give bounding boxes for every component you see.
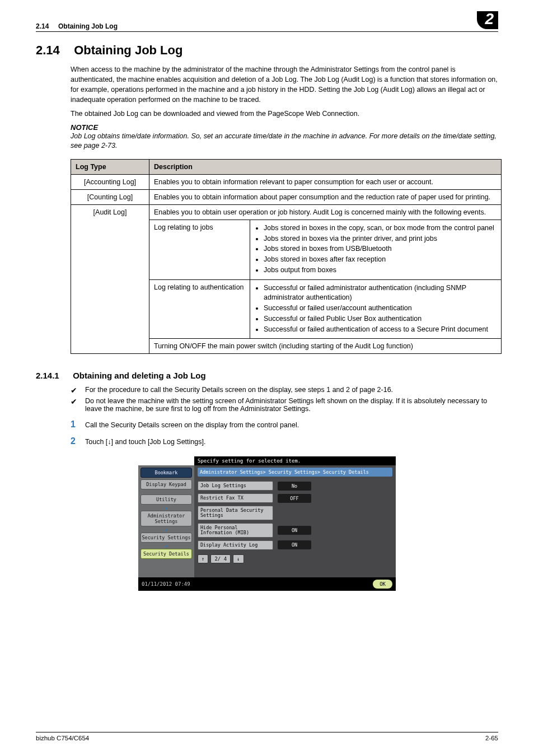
list-item: Successful or failed user/account authen… (264, 304, 496, 313)
panel-timestamp: 01/11/2012 07:49 (142, 581, 190, 587)
log-type-table: Log Type Description [Accounting Log] En… (71, 159, 502, 354)
list-item: Jobs output from boxes (264, 265, 496, 275)
check-text: Do not leave the machine with the settin… (85, 397, 498, 413)
check-text: For the procedure to call the Security D… (85, 386, 393, 395)
section-heading: 2.14 Obtaining Job Log (36, 43, 498, 58)
chapter-badge: 2 (477, 11, 498, 29)
cell-sublabel: Log relating to jobs (149, 220, 250, 279)
list-item: Jobs stored in boxes from USB/Bluetooth (264, 244, 496, 254)
chevron-down-icon: ▾ (140, 528, 192, 533)
list-item: Successful or failed administrator authe… (264, 283, 496, 302)
cell-desc: Enables you to obtain user operation or … (149, 204, 502, 220)
step-item: 2 Touch [↓] and touch [Job Log Settings]… (71, 436, 498, 446)
cell-sublist: Jobs stored in boxes in the copy, scan, … (250, 220, 502, 279)
cell-sublabel: Log relating to authentication (149, 280, 250, 339)
notice-label: NOTICE (71, 123, 498, 132)
setting-row: Hide Personal Information (MIB) ON (198, 523, 392, 538)
setting-activity-log-val: ON (278, 540, 311, 549)
cell-desc: Enables you to obtain information releva… (149, 174, 502, 189)
panel-footer: 01/11/2012 07:49 OK (138, 577, 396, 591)
list-item: Successful or failed authentication of a… (264, 325, 496, 334)
header-section: 2.14 Obtaining Job Log (36, 22, 118, 30)
setting-job-log[interactable]: Job Log Settings (198, 481, 273, 491)
step-text: Call the Security Details screen on the … (85, 421, 299, 429)
setting-hide-personal[interactable]: Hide Personal Information (MIB) (198, 523, 273, 538)
step-text: Touch [↓] and touch [Job Log Settings]. (85, 438, 205, 446)
setting-personal-data[interactable]: Personal Data Security Settings (198, 506, 273, 520)
screenshot-panel: Specify setting for selected item. Bookm… (138, 456, 396, 591)
subsection-title: Obtaining and deleting a Job Log (73, 371, 206, 380)
security-details-button[interactable]: Security Details (140, 549, 192, 559)
chevron-down-icon: ▾ (140, 506, 192, 511)
section-number: 2.14 (36, 43, 71, 58)
cell-desc: Enables you to obtain information about … (149, 189, 502, 204)
step-number: 1 (71, 419, 85, 430)
header-sec-num: 2.14 (36, 22, 49, 30)
cell-sublist: Successful or failed administrator authe… (250, 280, 502, 339)
pager: ↑ 2/ 4 ↓ (198, 554, 392, 563)
setting-restrict-fax-val: OFF (278, 494, 311, 503)
th-description: Description (149, 159, 502, 174)
th-log-type: Log Type (71, 159, 149, 174)
chevron-down-icon: ▾ (140, 544, 192, 549)
intro-para-1: When access to the machine by the admini… (71, 64, 498, 105)
page-down-button[interactable]: ↓ (233, 554, 243, 563)
display-keypad-button[interactable]: Display Keypad (140, 479, 192, 489)
panel-topbar: Specify setting for selected item. (194, 456, 396, 465)
footer-page: 2-65 (485, 735, 498, 741)
step-item: 1 Call the Security Details screen on th… (71, 419, 498, 430)
admin-settings-button[interactable]: Administrator Settings (140, 511, 192, 526)
setting-row: Restrict Fax TX OFF (198, 493, 392, 503)
check-icon: ✔ (71, 397, 85, 413)
check-icon: ✔ (71, 386, 85, 395)
ok-button[interactable]: OK (373, 580, 392, 589)
doc-header: 2.14 Obtaining Job Log 2 (36, 22, 498, 32)
subsection-number: 2.14.1 (36, 371, 71, 380)
setting-job-log-val: No (278, 482, 311, 491)
subsection-heading: 2.14.1 Obtaining and deleting a Job Log (36, 371, 498, 380)
cell-logtype: [Accounting Log] (71, 174, 149, 189)
setting-restrict-fax[interactable]: Restrict Fax TX (198, 493, 273, 503)
cell-logtype: [Counting Log] (71, 189, 149, 204)
check-item: ✔ Do not leave the machine with the sett… (71, 397, 498, 413)
list-item: Successful or failed Public User Box aut… (264, 314, 496, 324)
intro-para-2: The obtained Job Log can be downloaded a… (71, 109, 498, 119)
security-settings-button[interactable]: Security Settings (140, 533, 192, 543)
doc-footer: bizhub C754/C654 2-65 (36, 732, 498, 741)
setting-row: Job Log Settings No (198, 481, 392, 491)
table-row: [Audit Log] Enables you to obtain user o… (71, 204, 502, 220)
header-sec-title: Obtaining Job Log (58, 22, 118, 30)
step-number: 2 (71, 436, 85, 446)
panel-title: Administrator Settings> Security Setting… (198, 468, 392, 477)
table-row: [Counting Log] Enables you to obtain inf… (71, 189, 502, 204)
list-item: Jobs stored in boxes via the printer dri… (264, 234, 496, 244)
section-title: Obtaining Job Log (74, 43, 182, 57)
bookmark-button[interactable]: Bookmark (140, 468, 192, 478)
cell-logtype: [Audit Log] (71, 204, 149, 354)
panel-breadcrumb: Bookmark Display Keypad Utility ▾ Admini… (138, 465, 194, 577)
list-item: Jobs stored in boxes after fax reception (264, 255, 496, 264)
setting-row: Personal Data Security Settings (198, 506, 392, 520)
setting-row: Display Activity Log ON (198, 540, 392, 550)
utility-button[interactable]: Utility (140, 494, 192, 505)
footer-model: bizhub C754/C654 (36, 735, 89, 741)
setting-hide-personal-val: ON (278, 526, 311, 535)
list-item: Jobs stored in boxes in the copy, scan, … (264, 223, 496, 233)
cell-desc: Turning ON/OFF the main power switch (in… (149, 339, 502, 354)
notice-text: Job Log obtains time/date information. S… (71, 132, 498, 151)
page-up-button[interactable]: ↑ (198, 554, 208, 563)
setting-activity-log[interactable]: Display Activity Log (198, 540, 273, 550)
check-item: ✔ For the procedure to call the Security… (71, 386, 498, 395)
page-indicator: 2/ 4 (210, 554, 231, 563)
table-row: [Accounting Log] Enables you to obtain i… (71, 174, 502, 189)
